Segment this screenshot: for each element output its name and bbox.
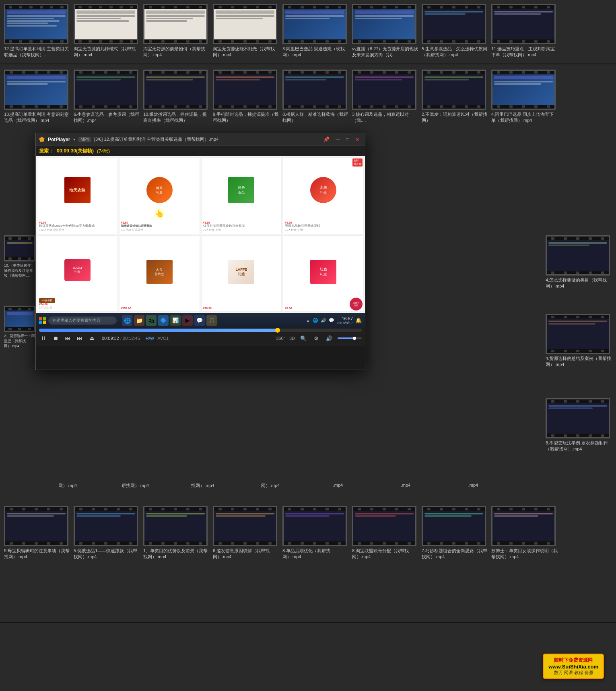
video-label-r5v4: 6.滥发信息原因讲解（我帮找网）.mp4 xyxy=(213,548,279,560)
video-item-r2v5[interactable]: 8.根据人群，精准选择蓝海（我帮找网） xyxy=(282,70,349,124)
tb-edge-icon[interactable]: 🔷 xyxy=(158,315,169,326)
video-item-r2v7[interactable]: 2.不滥发：词相算运以对（我帮找网） xyxy=(422,70,488,124)
prev-button[interactable]: ⏮ xyxy=(63,334,72,343)
product-item-5: UJOLI礼盒 KK象像机 ¥24.00 167人付款 xyxy=(37,235,118,312)
video-item-r1v2[interactable]: 淘宝无货源的几种模式（我帮找网）.mp4 xyxy=(74,4,140,58)
tb-media-icon[interactable]: ▶ xyxy=(182,315,193,326)
volume-slider[interactable] xyxy=(338,337,362,339)
video-item-r1v5[interactable]: 3.阿里巴巴选品 规避违规（现找网）.mp4 xyxy=(282,4,349,58)
video-item-r4v1[interactable]: 2、货源选择一：阿里巴（我帮找网）.mp4 xyxy=(4,306,36,349)
video-item-r5v3[interactable]: 1、单类目的优势以及前景（我帮找网）.mp4 xyxy=(143,506,210,560)
side-right-videos: 4.怎么选择要做的类目（我帮找网）.mp4 xyxy=(546,235,612,290)
player-maximize-button[interactable]: □ xyxy=(343,135,352,144)
video-item-r3r1[interactable]: 4.怎么选择要做的类目（我帮找网）.mp4 xyxy=(546,235,612,290)
player-win-controls: — □ ✕ xyxy=(334,135,362,144)
video-item-r1v1[interactable]: 12.提高订单量和利润 主营类目关联选品（我帮找网）.... xyxy=(4,4,70,58)
video-item-r1v3[interactable]: 淘宝无货源的前景如何（我帮找网）.mp4 xyxy=(143,4,210,58)
system-clock: 16:57 2018/8/17 xyxy=(337,316,353,325)
video-item-r5v5[interactable]: 8.单品后期优化（我帮找网）.mp4 xyxy=(282,506,349,560)
video-item-r2v6[interactable]: 3.核心词及选品，相算运以对（我.... xyxy=(352,70,418,124)
tb-store-icon[interactable]: 🛍 xyxy=(146,315,157,326)
cursor-hand: 👆 xyxy=(154,208,165,219)
video-item-r4r1[interactable]: 8.不裂变玩法举例 罩衣标题制作（我帮找网）.mp4 xyxy=(546,398,612,452)
video-label-r1v8: 11.选品技巧重点，主观判断淘宝下单（我帮找网）.mp4 xyxy=(491,46,558,58)
tray-volume-icon[interactable]: 🔊 xyxy=(321,318,326,323)
current-time: 00:09:32 / 00:12:45 xyxy=(102,336,140,341)
player-3d-button[interactable]: 3D xyxy=(289,336,295,341)
player-format-badge: MP4 xyxy=(78,137,91,142)
progress-bar[interactable] xyxy=(39,329,362,332)
video-item-r2v3[interactable]: 10.爆款拆词选品，抓住源提，提高直播率（我帮找网） xyxy=(143,70,210,124)
separator-1 xyxy=(0,64,616,64)
side-left-videos: 10.（单类目裂变）操作流程及注意事项（我帮找网.... xyxy=(4,235,37,278)
tb-chat-icon[interactable]: 💬 xyxy=(194,315,205,326)
video-label-r1v3: 淘宝无货源的前景如何（我帮找网）.mp4 xyxy=(143,46,210,58)
tb-music-icon[interactable]: 🎵 xyxy=(206,315,217,326)
player-pin-icon[interactable]: 📌 xyxy=(323,136,330,142)
player-close-button[interactable]: ✕ xyxy=(353,135,362,144)
video-label-r3r2: 4.货源选择的总结及案例（我帮找网）.mp4 xyxy=(546,356,612,368)
video-label-r1v1: 12.提高订单量和利润 主营类目关联选品（我帮找网）.... xyxy=(4,46,70,58)
tray-message-icon[interactable]: 💬 xyxy=(329,318,334,323)
video-item-r1v4[interactable]: 淘宝无货源还能不能做（我帮找网）.mp4 xyxy=(213,4,279,58)
seek-label: 搜索： xyxy=(39,148,54,154)
video-item-r5v1[interactable]: 9.母宝贝编辑时的注意事项（我帮找网）.mp4 xyxy=(4,506,70,560)
video-item-r3r2[interactable]: 4.货源选择的总结及案例（我帮找网）.mp4 xyxy=(546,314,612,368)
taskbar-right: ▲ 🌐 🔊 💬 16:57 2018/8/17 🔔 xyxy=(306,316,362,325)
video-label-r2v5: 8.根据人群，精准选择蓝海（我帮找网） xyxy=(282,111,349,124)
video-item-r2v1[interactable]: 13.提高订单量和利润 有意识刻意选品（我帮找网）.mp4 xyxy=(4,70,70,124)
player-360-button[interactable]: 360° xyxy=(276,336,285,341)
taskbar-search-box[interactable]: 在这里输入你要搜索的内容 xyxy=(48,317,117,325)
tb-ie-icon[interactable]: 🌐 xyxy=(122,315,132,326)
main-container: 12.提高订单量和利润 主营类目关联选品（我帮找网）.... xyxy=(0,0,616,691)
product-desc-4: 节日礼品砖豆营养盒花样 xyxy=(285,224,362,228)
video-item-r2v4[interactable]: 9.手机随时选品，捕捉源提准（我帮找网） xyxy=(213,70,279,124)
next-button[interactable]: ⏭ xyxy=(75,334,84,343)
player-settings-button[interactable]: ⚙ xyxy=(312,334,321,343)
video-item-r1v7[interactable]: 5.生意参谋选品，怎么选择优质问（我帮找网）.mp4 xyxy=(422,4,488,58)
play-pause-button[interactable]: ⏸ xyxy=(39,334,48,343)
product-desc-1: 砖豆零售盒2018十种代鞋40克力勤餐盒 xyxy=(39,224,116,228)
player-bottom-controls: ⏸ ⏹ ⏮ ⏭ ⏏ 00:09:32 / 00:12:45 H/W AVC1 3… xyxy=(36,327,365,346)
player-controls-right: 360° 3D 🔍 ⚙ 🔊 xyxy=(276,334,362,343)
tb-excel-icon[interactable]: 📊 xyxy=(170,315,181,326)
player-titlebar: ⬟ PotPlayer ▾ MP4 [3/6] 12.提高订单量和利润 主营类目… xyxy=(36,133,365,146)
tray-notification-icon[interactable]: 🔔 xyxy=(355,317,362,323)
watermark-line1: 随时下免费资源网 xyxy=(554,657,593,664)
time-duration: 00:12:45 xyxy=(123,336,140,341)
windows-start-logo[interactable] xyxy=(39,317,46,324)
product-price-5: ¥24.00 xyxy=(39,303,116,306)
video-label-r2v7: 2.不滥发：词相算运以对（我帮找网） xyxy=(422,111,488,124)
video-content: 地天农装 ¥1.66 砖豆零售盒2018十种代鞋40克力勤餐盒 732人付款 浙… xyxy=(36,156,365,313)
stop-button[interactable]: ⏹ xyxy=(51,334,60,343)
video-item-r1v8[interactable]: 11.选品技巧重点，主观判断淘宝下单（我帮找网）.mp4 xyxy=(491,4,558,58)
video-label-r5v6: 8.淘宝联盟账号分配（我帮找网）.mp4 xyxy=(352,548,418,560)
product-item-3: 绿色食品 ¥3.98 优质外品营养零食砖豆盒礼品 72人付款 上海 xyxy=(201,157,282,234)
video-item-r5v4[interactable]: 6.滥发信息原因讲解（我帮找网）.mp4 xyxy=(213,506,279,560)
progress-handle[interactable] xyxy=(275,328,280,333)
eject-button[interactable]: ⏏ xyxy=(87,334,96,343)
video-item-r5v2[interactable]: 5.优质选品1——快速跟款（我帮找网）.mp4 xyxy=(74,506,140,560)
player-zoom-button[interactable]: 🔍 xyxy=(299,334,308,343)
video-item-r5v8[interactable]: 苏博士：单类目女装操作说明（我帮找网）.mp4 xyxy=(491,506,558,560)
video-label-r2v8: 4.阿里巴巴选品 同步上传淘宝下单（我帮找网）.mp4 xyxy=(491,111,558,124)
video-item-r3v1[interactable]: 10.（单类目裂变）操作流程及注意事项（我帮找网.... xyxy=(4,235,36,278)
product-price-6: ¥158.00 xyxy=(121,307,198,310)
seek-time: 00:09:30(关键帧) xyxy=(57,148,94,154)
bottom-label-3: 找网）.mp4 xyxy=(171,483,235,489)
video-item-r5v7[interactable]: 7.巧妙标题组合的全新思路（我帮找网）.mp4 xyxy=(422,506,488,560)
video-label-r1v7: 5.生意参谋选品，怎么选择优质问（我帮找网）.mp4 xyxy=(422,46,488,58)
tb-folder-icon[interactable]: 📁 xyxy=(134,315,144,326)
player-dropdown-icon[interactable]: ▾ xyxy=(73,137,75,142)
video-item-r1v6[interactable]: yy直播（8.27）无货源开店的现状及未来发展方向（我.... xyxy=(352,4,418,58)
video-item-r2v2[interactable]: 6.生意参谋选品，参考质词（我帮找网）.mp4 xyxy=(74,70,140,124)
tray-arrow-icon[interactable]: ▲ xyxy=(306,318,310,323)
video-label-r2v2: 6.生意参谋选品，参考质词（我帮找网）.mp4 xyxy=(74,111,140,124)
windows-taskbar: 在这里输入你要搜索的内容 🌐 📁 🛍 🔷 📊 ▶ 💬 🎵 ▲ 🌐 🔊 💬 xyxy=(36,313,365,327)
video-item-r2v8[interactable]: 4.阿里巴巴选品 同步上传淘宝下单（我帮找网）.mp4 xyxy=(491,70,558,124)
tray-network-icon[interactable]: 🌐 xyxy=(313,318,318,323)
video-item-r5v6[interactable]: 8.淘宝联盟账号分配（我帮找网）.mp4 xyxy=(352,506,418,560)
row1-videos: 12.提高订单量和利润 主营类目关联选品（我帮找网）.... xyxy=(0,0,616,62)
player-minimize-button[interactable]: — xyxy=(334,135,342,144)
player-video-area[interactable]: 地天农装 ¥1.66 砖豆零售盒2018十种代鞋40克力勤餐盒 732人付款 浙… xyxy=(36,156,365,313)
